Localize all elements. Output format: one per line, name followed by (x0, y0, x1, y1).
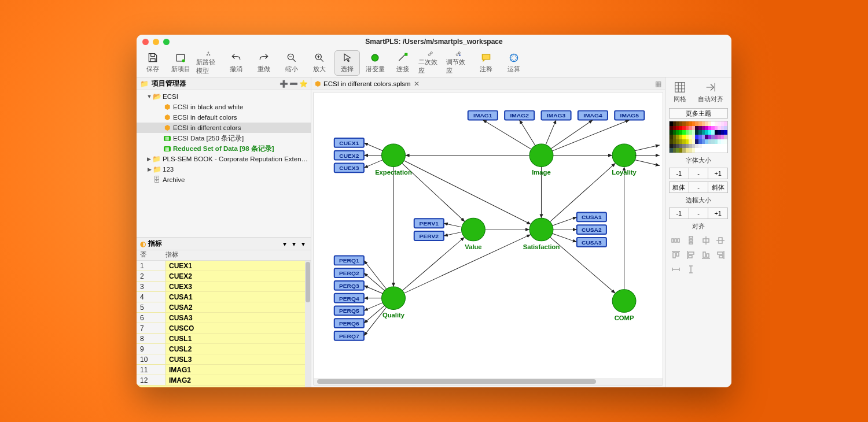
color-swatch[interactable] (724, 144, 727, 149)
tree-item[interactable]: ⬢ECSI in different colors (137, 123, 311, 133)
align-center-h-icon[interactable] (700, 235, 712, 246)
color-swatch[interactable] (724, 130, 727, 135)
indicator-row[interactable]: 11IMAG1 (137, 365, 311, 375)
tree-item[interactable]: 🗄Archive (137, 175, 311, 185)
quadratic-button[interactable]: 二次效应 (418, 50, 443, 76)
filter-icon-3[interactable]: ▾ (299, 240, 307, 248)
tree-item[interactable]: ⬢ECSI in black and white (137, 102, 311, 112)
filter-icon-1[interactable]: ▾ (281, 240, 289, 248)
indicator-row[interactable]: 7CUSCO (137, 323, 311, 334)
indicator-row[interactable]: 4CUSA1 (137, 292, 311, 302)
align-center-v-icon[interactable] (715, 235, 726, 246)
align-right-icon[interactable] (715, 249, 726, 261)
align-bottom-icon[interactable] (700, 249, 712, 261)
indicator-scroll-thumb[interactable] (306, 262, 310, 302)
canvas-scroll-thumb[interactable] (317, 379, 596, 384)
moderate-button[interactable]: 调节效应 (446, 50, 471, 76)
newpath-button[interactable]: 新路径模型 (196, 50, 221, 76)
zoomout-button[interactable]: 缩小 (279, 50, 304, 76)
zoomin-button[interactable]: 放大 (307, 50, 332, 76)
model-canvas[interactable]: ExpectationImageLoyalityValueSatisfactio… (314, 92, 663, 378)
loading-arrow[interactable] (553, 217, 577, 225)
save-button[interactable]: 保存 (140, 50, 165, 76)
tree-item[interactable]: ▦ECSI Data [250 条记录] (137, 133, 311, 143)
loading-arrow[interactable] (444, 232, 462, 236)
same-width-icon[interactable] (670, 264, 682, 275)
redo-button[interactable]: 重做 (251, 50, 277, 76)
path-arrow[interactable] (402, 237, 464, 290)
connect-button[interactable]: 连接 (390, 50, 415, 76)
latent-button[interactable]: 潜变量 (362, 50, 388, 76)
construct-satisfaction[interactable] (529, 218, 553, 241)
indicator-row[interactable]: 2CUEX2 (137, 271, 311, 282)
grid-toggle-button[interactable]: 网格 (674, 81, 686, 103)
color-swatch[interactable] (724, 139, 727, 144)
indicator-row[interactable]: 10CUSL3 (137, 354, 311, 365)
calc-button[interactable]: 运算 (501, 50, 527, 76)
column-no[interactable]: 否 (137, 250, 165, 260)
newproj-button[interactable]: 新项目 (168, 50, 193, 76)
canvas-horizontal-scrollbar[interactable] (314, 378, 663, 385)
tree-item[interactable]: ⬢ECSI in default colors (137, 112, 311, 123)
border-minus-button[interactable]: -1 (669, 208, 689, 219)
construct-image[interactable] (529, 144, 553, 167)
align-top-icon[interactable] (670, 249, 682, 261)
loading-arrow[interactable] (635, 160, 660, 166)
loading-arrow[interactable] (364, 306, 385, 323)
border-plus-button[interactable]: +1 (708, 208, 728, 219)
tab-menu-icon[interactable]: ▦ (655, 80, 665, 88)
loading-arrow[interactable] (520, 120, 535, 145)
indicator-list[interactable]: 1CUEX12CUEX23CUEX34CUSA15CUSA26CUSA37CUS… (137, 261, 311, 387)
tab-close-icon[interactable]: ✕ (414, 80, 420, 88)
align-dist-h-icon[interactable] (670, 235, 682, 246)
loading-arrow[interactable] (364, 143, 382, 151)
align-dist-v-icon[interactable] (685, 235, 697, 246)
font-minus-button[interactable]: -1 (669, 168, 689, 179)
path-arrow[interactable] (404, 161, 531, 224)
color-swatch[interactable] (724, 121, 727, 126)
color-swatch[interactable] (724, 135, 727, 139)
tree-item[interactable]: ▶📁123 (137, 164, 311, 175)
loading-arrow[interactable] (551, 120, 593, 149)
color-swatch[interactable] (724, 148, 727, 153)
panel-plus-icon[interactable]: ➕ (279, 80, 288, 88)
tree-item[interactable]: ▶📁PLS-SEM BOOK - Corporate Reputation Ex… (137, 154, 311, 164)
loading-arrow[interactable] (364, 273, 385, 290)
loading-arrow[interactable] (553, 234, 577, 242)
font-reset-button[interactable]: - (689, 168, 709, 179)
border-reset-button[interactable]: - (689, 208, 709, 219)
indicator-row[interactable]: 5CUSA2 (137, 302, 311, 313)
column-indicator[interactable]: 指标 (165, 250, 311, 260)
select-button[interactable]: 选择 (334, 50, 360, 76)
filter-icon-2[interactable]: ▾ (290, 240, 298, 248)
panel-star-icon[interactable]: ⭐ (299, 80, 307, 88)
undo-button[interactable]: 撤消 (223, 50, 249, 76)
same-height-icon[interactable] (685, 264, 697, 275)
project-tree[interactable]: ▼📂ECSI⬢ECSI in black and white⬢ECSI in d… (137, 90, 311, 237)
indicator-row[interactable]: 12IMAG2 (137, 375, 311, 386)
loading-arrow[interactable] (635, 145, 660, 151)
more-themes-button[interactable]: 更多主题 (669, 108, 728, 119)
indicator-row[interactable]: 8CUSL1 (137, 334, 311, 344)
loading-arrow[interactable] (483, 120, 531, 149)
loading-arrow[interactable] (364, 307, 387, 335)
indicator-row[interactable]: 6CUSA3 (137, 313, 311, 323)
auto-align-button[interactable]: 自动对齐 (698, 81, 723, 103)
construct-loyality[interactable] (612, 144, 636, 167)
tree-item[interactable]: ▼📂ECSI (137, 91, 311, 102)
construct-quality[interactable] (382, 287, 406, 310)
tree-item[interactable]: ▦Reduced Set of Data [98 条记录] (137, 143, 311, 154)
align-left-icon[interactable] (685, 249, 697, 261)
comment-button[interactable]: 注释 (473, 50, 499, 76)
color-palette[interactable] (669, 121, 728, 153)
loading-arrow[interactable] (364, 160, 382, 168)
italic-button[interactable]: 斜体 (708, 182, 728, 193)
panel-minus-icon[interactable]: ➖ (289, 80, 297, 88)
indicator-row[interactable]: 1CUEX1 (137, 261, 311, 271)
style-reset-button[interactable]: - (689, 182, 709, 193)
editor-tab[interactable]: ⬢ ECSI in different colors.splsm ✕ (315, 80, 420, 88)
color-swatch[interactable] (724, 126, 727, 131)
indicator-row[interactable]: 9CUSL2 (137, 344, 311, 354)
indicator-scrollbar[interactable] (305, 261, 311, 387)
construct-expectation[interactable] (382, 144, 406, 167)
